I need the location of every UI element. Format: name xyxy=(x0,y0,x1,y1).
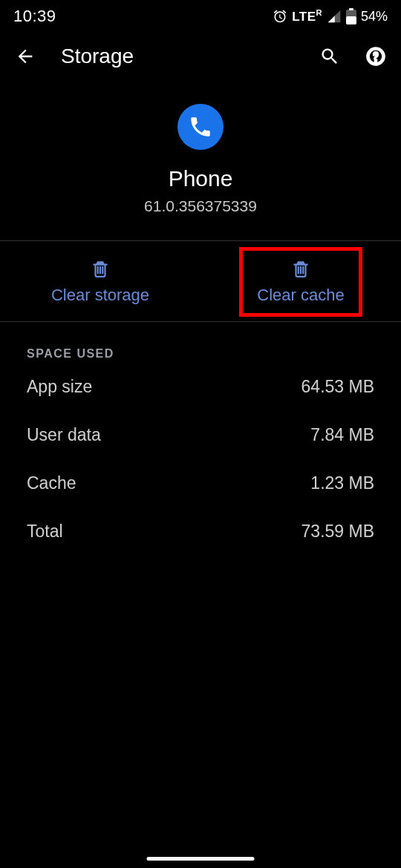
nav-indicator[interactable] xyxy=(147,857,255,861)
search-icon[interactable] xyxy=(319,46,340,67)
space-used-section: SPACE USED App size 64.53 MB User data 7… xyxy=(0,322,401,542)
row-value: 73.59 MB xyxy=(301,522,374,542)
row-label: Total xyxy=(27,522,63,542)
status-bar: 10:39 LTER 54% xyxy=(0,0,401,30)
svg-rect-1 xyxy=(346,16,356,24)
highlight-box xyxy=(239,247,362,317)
row-value: 1.23 MB xyxy=(310,473,374,493)
row-label: Cache xyxy=(27,473,76,493)
row-value: 64.53 MB xyxy=(301,377,374,397)
trash-icon xyxy=(91,259,110,278)
row-total: Total 73.59 MB xyxy=(27,522,374,542)
trash-icon xyxy=(291,259,310,278)
phone-icon xyxy=(188,114,213,139)
clear-storage-button[interactable]: Clear storage xyxy=(0,241,200,321)
action-row: Clear storage Clear cache xyxy=(0,240,401,322)
clear-storage-label: Clear storage xyxy=(51,286,149,305)
back-icon[interactable] xyxy=(15,46,36,67)
app-icon xyxy=(177,104,224,150)
row-label: User data xyxy=(27,425,101,445)
page-title: Storage xyxy=(61,45,294,68)
row-label: App size xyxy=(27,377,92,397)
row-app-size: App size 64.53 MB xyxy=(27,377,374,397)
app-header: Phone 61.0.356375339 xyxy=(0,83,401,240)
row-user-data: User data 7.84 MB xyxy=(27,425,374,445)
section-header: SPACE USED xyxy=(27,347,374,361)
app-name: Phone xyxy=(0,166,401,191)
clear-cache-label: Clear cache xyxy=(257,286,344,305)
alarm-icon xyxy=(273,9,287,24)
row-value: 7.84 MB xyxy=(310,425,374,445)
clear-cache-button[interactable]: Clear cache xyxy=(200,241,401,321)
network-label: LTER xyxy=(292,8,322,24)
battery-icon xyxy=(346,8,356,24)
status-right: LTER 54% xyxy=(273,8,388,24)
svg-rect-2 xyxy=(349,8,353,10)
row-cache: Cache 1.23 MB xyxy=(27,473,374,493)
status-time: 10:39 xyxy=(13,7,56,26)
battery-percentage: 54% xyxy=(361,9,388,24)
signal-icon xyxy=(327,9,342,24)
help-icon[interactable] xyxy=(365,46,386,67)
toolbar: Storage xyxy=(0,30,401,83)
app-version: 61.0.356375339 xyxy=(0,197,401,215)
